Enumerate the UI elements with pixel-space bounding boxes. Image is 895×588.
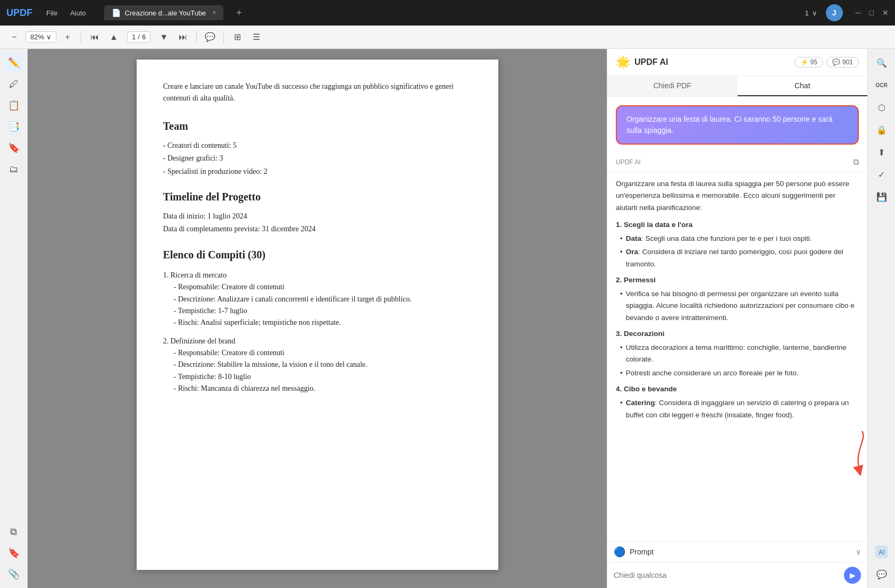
updf-icon[interactable]: AI: [872, 542, 891, 561]
view-button[interactable]: ☰: [248, 29, 264, 45]
window-controls: ─ □ ✕: [856, 9, 889, 17]
svg-text:AI: AI: [879, 549, 885, 556]
app-logo: UPDF: [6, 7, 32, 19]
chat-icon[interactable]: 💬: [872, 565, 891, 584]
tab-chat[interactable]: Chat: [738, 76, 868, 96]
pdf-task1-title: 1. Ricerca di mercato: [163, 270, 472, 281]
pdf-task2-sub-3: - Tempistiche: 8-10 luglio: [174, 371, 472, 383]
check-icon[interactable]: ✓: [872, 165, 891, 184]
new-tab-button[interactable]: +: [232, 5, 246, 21]
first-page-button[interactable]: ⏮: [87, 29, 103, 45]
right-sidebar: 🔍 OCR ⬡ 🔒 ⬆ ✓ 💾 AI 💬: [867, 49, 895, 588]
pdf-team-item-1: - Creatori di contenuti: 5: [163, 140, 472, 152]
pdf-timeline-title: Timeline del Progetto: [163, 188, 472, 205]
tab-chiedi-pdf[interactable]: Chiedi PDF: [607, 76, 738, 96]
page-current: 1: [805, 9, 808, 17]
ai-section-3-title: 3. Decorazioni: [616, 328, 859, 340]
ai-response-header: UPDF AI ⧉: [607, 153, 867, 172]
main-content: ✏️ 🖊 📋 📑 🔖 🗂 ⧉ 🔖 📎 Creare e lanciare un …: [0, 49, 895, 588]
zoom-in-button[interactable]: +: [60, 29, 76, 45]
prev-page-button[interactable]: ▲: [106, 29, 122, 45]
credits-value: 95: [810, 58, 817, 66]
zoom-chevron[interactable]: ∨: [46, 33, 52, 41]
ai-header: 🌟 UPDF AI ⚡ 95 💬 901: [607, 49, 867, 76]
page-navigation: 1 ∨: [805, 9, 817, 17]
tab-pdf-icon: 📄: [112, 9, 121, 17]
pdf-task2-sub-1: - Responsabile: Creatore di contenuti: [174, 347, 472, 359]
messages-value: 901: [842, 58, 853, 66]
active-tab[interactable]: 📄 Creazione d...ale YouTube ×: [104, 5, 224, 20]
export-icon[interactable]: ⬡: [872, 98, 891, 117]
sidebar-form-icon[interactable]: 📋: [4, 96, 23, 115]
pdf-timeline-item-1: Data di inizio: 1 luglio 2024: [163, 211, 472, 222]
toolbar-separator-3: [223, 31, 224, 44]
page-number: 1: [132, 33, 136, 41]
ai-response-label: UPDF AI: [616, 158, 641, 166]
user-avatar[interactable]: J: [826, 4, 843, 21]
pdf-task2-sub-2: - Descrizione: Stabilire la missione, la…: [174, 359, 472, 371]
prompt-dots-icon: 🔵: [614, 546, 625, 558]
ai-logo-icon: 🌟: [616, 55, 630, 69]
close-button[interactable]: ✕: [882, 9, 889, 17]
prompt-bar[interactable]: 🔵 Prompt ∨: [607, 541, 867, 562]
pdf-compiti-title: Elenco di Compiti (30): [163, 246, 472, 263]
zoom-display: 82% ∨: [26, 31, 56, 43]
ai-section-2-title: 2. Permessi: [616, 274, 859, 286]
sidebar-annotate-icon[interactable]: 🖊: [4, 74, 23, 94]
pdf-viewer: Creare e lanciare un canale YouTube di s…: [28, 49, 607, 588]
sidebar-edit-icon[interactable]: ✏️: [4, 53, 23, 72]
toolbar-separator: [81, 31, 81, 44]
page-nav-chevron[interactable]: ∨: [812, 9, 817, 17]
page-total: 6: [142, 33, 146, 41]
pdf-task2-title: 2. Definizione del brand: [163, 335, 472, 347]
pdf-page: Creare e lanciare un canale YouTube di s…: [137, 60, 498, 570]
ai-badge-messages: 💬 901: [826, 57, 859, 68]
titlebar-menu: File Aiuto: [41, 7, 91, 19]
sidebar-redact-icon[interactable]: 🗂: [4, 159, 23, 179]
send-button[interactable]: ▶: [844, 567, 861, 584]
ai-section-1-bullet-2: • Ora: Considera di iniziare nel tardo p…: [620, 246, 859, 270]
prompt-label: Prompt: [630, 548, 851, 556]
layout-button[interactable]: ⊞: [229, 29, 245, 45]
pdf-task1-sub-2: - Descrizione: Analizzare i canali conco…: [174, 293, 472, 305]
ai-section-3-bullet-1: • Utilizza decorazioni a tema marittimo:…: [620, 342, 859, 366]
sidebar-attachment-icon[interactable]: 📎: [4, 565, 23, 584]
last-page-button[interactable]: ⏭: [175, 29, 191, 45]
share-icon[interactable]: ⬆: [872, 142, 891, 162]
zoom-out-button[interactable]: −: [6, 29, 22, 45]
sidebar-bookmark-icon[interactable]: 🔖: [4, 543, 23, 562]
save-cloud-icon[interactable]: 💾: [872, 187, 891, 206]
ai-response-intro: Organizzare una festa di laurea sulla sp…: [616, 178, 859, 214]
pdf-task1-sub-4: - Rischi: Analisi superficiale; tempisti…: [174, 317, 472, 329]
messages-icon: 💬: [832, 58, 840, 66]
ai-section-1-title: 1. Scegli la data e l'ora: [616, 219, 859, 231]
ai-section-2-bullet-1: • Verifica se hai bisogno di permessi pe…: [620, 288, 859, 324]
pdf-team-item-2: - Designer grafici: 3: [163, 153, 472, 164]
ai-tabs: Chiedi PDF Chat: [607, 76, 867, 97]
next-page-button[interactable]: ▼: [156, 29, 172, 45]
maximize-button[interactable]: □: [869, 9, 874, 17]
chat-input[interactable]: [614, 571, 840, 579]
sidebar-organize-icon[interactable]: 📑: [4, 117, 23, 136]
toolbar-separator-2: [196, 31, 197, 44]
comment-button[interactable]: 💬: [202, 29, 218, 45]
input-bar: ▶: [607, 562, 867, 588]
minimize-button[interactable]: ─: [856, 9, 861, 17]
menu-file[interactable]: File: [41, 7, 63, 19]
ocr-icon[interactable]: OCR: [872, 75, 891, 95]
tab-label: Creazione d...ale YouTube: [125, 9, 206, 17]
copy-response-button[interactable]: ⧉: [853, 157, 859, 167]
pdf-task1-sub-1: - Responsabile: Creatore di contenuti: [174, 281, 472, 293]
ai-section-3-bullet-2: • Potresti anche considerare un arco flo…: [620, 367, 859, 379]
toolbar: − 82% ∨ + ⏮ ▲ 1 / 6 ▼ ⏭ 💬 ⊞ ☰: [0, 26, 895, 49]
protect-icon[interactable]: 🔒: [872, 120, 891, 139]
prompt-chevron-icon[interactable]: ∨: [856, 548, 861, 556]
search-icon[interactable]: 🔍: [872, 53, 891, 72]
sidebar-layers-icon[interactable]: ⧉: [4, 522, 23, 541]
left-sidebar: ✏️ 🖊 📋 📑 🔖 🗂 ⧉ 🔖 📎: [0, 49, 28, 588]
menu-aiuto[interactable]: Aiuto: [65, 7, 91, 19]
sidebar-stamp-icon[interactable]: 🔖: [4, 138, 23, 157]
titlebar: UPDF File Aiuto 📄 Creazione d...ale YouT…: [0, 0, 895, 26]
tab-close-button[interactable]: ×: [212, 9, 216, 16]
ai-badges: ⚡ 95 💬 901: [794, 57, 859, 68]
